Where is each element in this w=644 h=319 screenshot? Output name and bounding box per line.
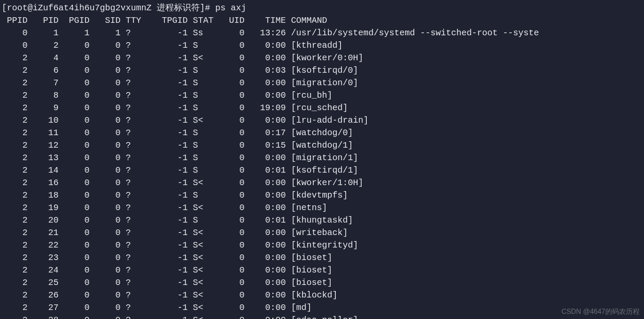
cell-tpgid: -1 — [141, 201, 188, 214]
cell-pid: 19 — [28, 201, 59, 214]
cell-pgid: 0 — [59, 189, 90, 201]
cell-stat: S — [188, 89, 214, 102]
cell-sid: 0 — [90, 201, 121, 214]
table-header: PPIDPIDPGIDSIDTTYTPGIDSTATUIDTIMECOMMAND — [2, 14, 644, 27]
cell-time: 0:03 — [245, 64, 286, 77]
cell-tpgid: -1 — [141, 39, 188, 52]
cell-time: 0:01 — [245, 214, 286, 226]
cell-pid: 6 — [28, 64, 59, 77]
cell-tty: ? — [121, 314, 141, 319]
cell-stat: S — [188, 102, 214, 114]
terminal-output[interactable]: [root@iZuf6at4ih6u7gbg2vxumnZ 进程标识符]# ps… — [0, 0, 644, 319]
table-row: 21100?-1S00:17[watchdog/0] — [2, 127, 644, 139]
table-row: 2400?-1S<00:00[kworker/0:0H] — [2, 52, 644, 64]
cell-tty: ? — [121, 189, 141, 201]
cell-command: [migration/0] — [286, 77, 358, 89]
cell-sid: 0 — [90, 102, 121, 114]
cell-tty: ? — [121, 226, 141, 239]
cell-command: [rcu_bh] — [286, 89, 332, 102]
cell-time: 0:00 — [245, 77, 286, 89]
cell-stat: S< — [188, 239, 214, 251]
cell-tpgid: -1 — [141, 251, 188, 264]
cell-sid: 0 — [90, 139, 121, 152]
cell-stat: S< — [188, 201, 214, 214]
cell-pid: 16 — [28, 177, 59, 189]
cell-command: [bioset] — [286, 276, 332, 289]
cell-time: 0:00 — [245, 189, 286, 201]
col-tpgid: TPGID — [141, 14, 188, 27]
cell-sid: 0 — [90, 114, 121, 127]
cell-ppid: 2 — [2, 89, 28, 102]
cell-ppid: 2 — [2, 264, 28, 276]
cell-uid: 0 — [214, 39, 245, 52]
cell-command: [md] — [286, 301, 312, 314]
cell-uid: 0 — [214, 314, 245, 319]
cell-time: 0:00 — [245, 152, 286, 164]
cell-uid: 0 — [214, 177, 245, 189]
cell-tpgid: -1 — [141, 264, 188, 276]
cell-tpgid: -1 — [141, 102, 188, 114]
cell-tty: ? — [121, 214, 141, 226]
table-row: 22100?-1S<00:00[writeback] — [2, 226, 644, 239]
cell-pid: 10 — [28, 114, 59, 127]
cell-time: 0:00 — [245, 301, 286, 314]
cell-stat: S — [188, 127, 214, 139]
cell-sid: 0 — [90, 152, 121, 164]
cell-pid: 28 — [28, 314, 59, 319]
cell-tty: ? — [121, 52, 141, 64]
cell-tty: ? — [121, 301, 141, 314]
table-row: 21000?-1S<00:00[lru-add-drain] — [2, 114, 644, 127]
cell-tpgid: -1 — [141, 276, 188, 289]
cell-command: [kintegrityd] — [286, 239, 358, 251]
cell-sid: 0 — [90, 39, 121, 52]
cell-pid: 7 — [28, 77, 59, 89]
cell-stat: S — [188, 64, 214, 77]
cell-uid: 0 — [214, 276, 245, 289]
cell-pgid: 0 — [59, 301, 90, 314]
table-row: 22000?-1S00:01[khungtaskd] — [2, 214, 644, 226]
cell-uid: 0 — [214, 52, 245, 64]
cell-pid: 27 — [28, 301, 59, 314]
cell-sid: 0 — [90, 314, 121, 319]
cell-tpgid: -1 — [141, 114, 188, 127]
cell-tpgid: -1 — [141, 152, 188, 164]
cell-tty: ? — [121, 89, 141, 102]
cell-tty: ? — [121, 127, 141, 139]
cell-uid: 0 — [214, 139, 245, 152]
command-text: ps axj — [215, 3, 246, 13]
cell-uid: 0 — [214, 264, 245, 276]
cell-command: [bioset] — [286, 251, 332, 264]
cell-sid: 0 — [90, 289, 121, 301]
cell-sid: 0 — [90, 52, 121, 64]
cell-pgid: 0 — [59, 114, 90, 127]
cell-tpgid: -1 — [141, 239, 188, 251]
cell-pid: 24 — [28, 264, 59, 276]
cell-pgid: 0 — [59, 239, 90, 251]
cell-time: 0:17 — [245, 127, 286, 139]
cell-time: 0:00 — [245, 239, 286, 251]
cell-pgid: 0 — [59, 226, 90, 239]
cell-ppid: 2 — [2, 314, 28, 319]
cell-pgid: 0 — [59, 77, 90, 89]
table-row: 21800?-1S00:00[kdevtmpfs] — [2, 189, 644, 201]
cell-tpgid: -1 — [141, 189, 188, 201]
cell-pgid: 0 — [59, 64, 90, 77]
cell-time: 0:00 — [245, 177, 286, 189]
cell-ppid: 2 — [2, 239, 28, 251]
cell-tpgid: -1 — [141, 301, 188, 314]
cell-stat: Ss — [188, 27, 214, 39]
cell-sid: 0 — [90, 189, 121, 201]
table-row: 21900?-1S<00:00[netns] — [2, 201, 644, 214]
cell-ppid: 2 — [2, 214, 28, 226]
cell-time: 0:00 — [245, 314, 286, 319]
cell-pgid: 0 — [59, 139, 90, 152]
table-row: 22200?-1S<00:00[kintegrityd] — [2, 239, 644, 251]
cell-tty: ? — [121, 239, 141, 251]
cell-command: [kthreadd] — [286, 39, 343, 52]
cell-ppid: 2 — [2, 177, 28, 189]
cell-time: 0:00 — [245, 52, 286, 64]
prompt-line: [root@iZuf6at4ih6u7gbg2vxumnZ 进程标识符]# ps… — [2, 2, 644, 14]
cell-command: [migration/1] — [286, 152, 358, 164]
cell-time: 0:15 — [245, 139, 286, 152]
col-ppid: PPID — [2, 14, 28, 27]
